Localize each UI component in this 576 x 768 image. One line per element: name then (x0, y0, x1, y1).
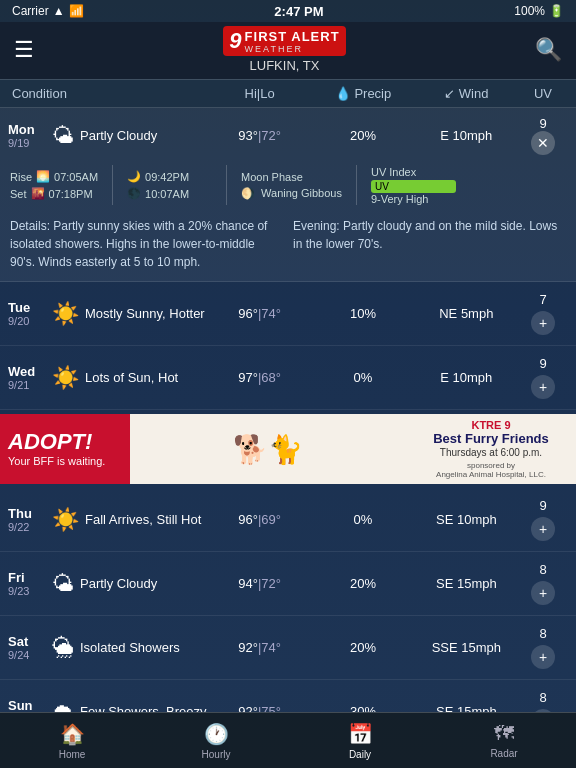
ad-adopt-text: ADOPT! (8, 431, 122, 453)
app-logo: 9 FIRST ALERT WEATHER LUFKIN, TX (223, 26, 345, 73)
hilo-val: 97°|68° (208, 370, 311, 385)
expand-button[interactable]: + (531, 581, 555, 605)
sun-rise-icon: 🌅 (36, 170, 50, 183)
moon-phase-block: Moon Phase 🌖 Waning Gibbous (241, 171, 342, 200)
nav-item-hourly[interactable]: 🕐 Hourly (144, 713, 288, 768)
wind-val: NE 5mph (415, 306, 518, 321)
day-row[interactable]: Sat 9/24 🌦 Isolated Showers 92°|74° 20% … (0, 616, 576, 680)
expanded-day-name: Mon (8, 122, 46, 137)
condition-text: Lots of Sun, Hot (85, 370, 178, 385)
signal-icon: ▲ (53, 4, 65, 18)
expand-button[interactable]: + (531, 517, 555, 541)
ad-banner[interactable]: ADOPT! Your BFF is waiting. 🐕🐈 KTRE 9 Be… (0, 414, 576, 484)
day-condition: Wed 9/21 ☀️ Lots of Sun, Hot (8, 364, 208, 391)
details-row: Details: Partly sunny skies with a 20% c… (0, 213, 576, 281)
expand-button[interactable]: + (531, 645, 555, 669)
app-header: ☰ 9 FIRST ALERT WEATHER LUFKIN, TX 🔍 (0, 22, 576, 79)
nav-item-radar[interactable]: 🗺 Radar (432, 713, 576, 768)
sun-block: Rise 🌅 07:05AM Set 🌇 07:18PM (10, 170, 98, 200)
collapse-button[interactable]: ✕ (531, 131, 555, 155)
uv-val: 8 + (518, 690, 568, 712)
day-name: Thu (8, 506, 46, 521)
ad-thursday: Thursdays at 6:00 p.m. (440, 447, 542, 458)
expand-button[interactable]: + (531, 375, 555, 399)
menu-button[interactable]: ☰ (14, 37, 34, 63)
ad-bff-text: Your BFF is waiting. (8, 455, 122, 467)
day-rows-before-ad: Tue 9/20 ☀️ Mostly Sunny, Hotter 96°|74°… (0, 282, 576, 410)
battery-label: 100% (514, 4, 545, 18)
wind-val: SE 15mph (415, 704, 518, 712)
uv-val: 8 + (518, 626, 568, 669)
ad-title: Best Furry Friends (433, 431, 549, 447)
condition-text: Partly Cloudy (80, 576, 157, 591)
condition-icon: 🌦 (52, 635, 74, 661)
uv-header: UV (518, 86, 568, 101)
day-row[interactable]: Wed 9/21 ☀️ Lots of Sun, Hot 97°|68° 0% … (0, 346, 576, 410)
day-condition: Fri 9/23 🌤 Partly Cloudy (8, 570, 208, 597)
condition-text: Few Showers, Breezy (80, 704, 206, 712)
logo-first-alert: FIRST ALERT (245, 29, 340, 44)
nav-item-home[interactable]: 🏠 Home (0, 713, 144, 768)
condition-icon: 🌤 (52, 571, 74, 597)
ad-pets-image: 🐕🐈 (130, 433, 406, 466)
uv-val: 9 + (518, 498, 568, 541)
logo-nine: 9 (229, 28, 241, 54)
hourly-nav-icon: 🕐 (204, 722, 229, 746)
precip-val: 20% (311, 576, 414, 591)
day-name: Sun (8, 698, 46, 712)
condition-icon: ☀️ (52, 365, 79, 391)
moon-set-icon: 🌑 (127, 187, 141, 200)
moon-phase-label-text: Moon Phase (241, 171, 303, 183)
expanded-hilo: 93°|72° (208, 128, 311, 143)
wind-val: SE 15mph (415, 576, 518, 591)
details-morning: Details: Partly sunny skies with a 20% c… (10, 217, 283, 271)
home-nav-icon: 🏠 (60, 722, 85, 746)
radar-nav-icon: 🗺 (494, 722, 514, 745)
time-label: 2:47 PM (274, 4, 323, 19)
day-date: 9/24 (8, 649, 46, 661)
ad-ktre-label: KTRE 9 (471, 419, 510, 431)
hourly-nav-label: Hourly (202, 749, 231, 760)
ad-sponsor-by: sponsored by (467, 461, 515, 470)
battery-icon: 🔋 (549, 4, 564, 18)
day-date: 9/20 (8, 315, 46, 327)
day-name: Wed (8, 364, 46, 379)
expanded-day-date: 9/19 (8, 137, 46, 149)
expanded-condition-text: Partly Cloudy (80, 128, 157, 143)
condition-text: Fall Arrives, Still Hot (85, 512, 201, 527)
ad-sponsor-name: Angelina Animal Hospital, LLC. (436, 470, 546, 479)
expand-button[interactable]: + (531, 311, 555, 335)
day-row[interactable]: Sun 9/25 🌧 Few Showers, Breezy 92°|75° 3… (0, 680, 576, 712)
day-row[interactable]: Fri 9/23 🌤 Partly Cloudy 94°|72° 20% SE … (0, 552, 576, 616)
daily-nav-label: Daily (349, 749, 371, 760)
expanded-uv: 9 ✕ (518, 116, 568, 155)
uv-index-label: UV Index (371, 166, 456, 178)
precip-val: 30% (311, 704, 414, 712)
expanded-precip: 20% (311, 128, 414, 143)
bottom-nav: 🏠 Home 🕐 Hourly 📅 Daily 🗺 Radar (0, 712, 576, 768)
day-name: Sat (8, 634, 46, 649)
day-date: 9/21 (8, 379, 46, 391)
carrier-label: Carrier (12, 4, 49, 18)
sun-set-icon: 🌇 (31, 187, 45, 200)
moon-block: 🌙 09:42PM 🌑 10:07AM (127, 170, 212, 200)
expanded-day-condition: Mon 9/19 🌤 Partly Cloudy (8, 122, 208, 149)
wind-header: ↙ Wind (415, 86, 518, 101)
day-row[interactable]: Tue 9/20 ☀️ Mostly Sunny, Hotter 96°|74°… (0, 282, 576, 346)
search-button[interactable]: 🔍 (535, 37, 562, 63)
nav-item-daily[interactable]: 📅 Daily (288, 713, 432, 768)
set-time: 07:18PM (49, 188, 93, 200)
logo-location: LUFKIN, TX (250, 58, 320, 73)
day-row[interactable]: Thu 9/22 ☀️ Fall Arrives, Still Hot 96°|… (0, 488, 576, 552)
uv-val: 8 + (518, 562, 568, 605)
ad-right-panel: KTRE 9 Best Furry Friends Thursdays at 6… (406, 415, 576, 483)
moon-rise-icon: 🌙 (127, 170, 141, 183)
precip-val: 0% (311, 512, 414, 527)
uv-badge: UV (371, 180, 456, 193)
ad-left-panel: ADOPT! Your BFF is waiting. (0, 414, 130, 484)
rise-label: Rise (10, 171, 32, 183)
rise-time: 07:05AM (54, 171, 98, 183)
uv-block: UV Index UV 9-Very High (371, 166, 456, 205)
moon-phase-icon: 🌖 (241, 187, 255, 200)
precip-val: 10% (311, 306, 414, 321)
